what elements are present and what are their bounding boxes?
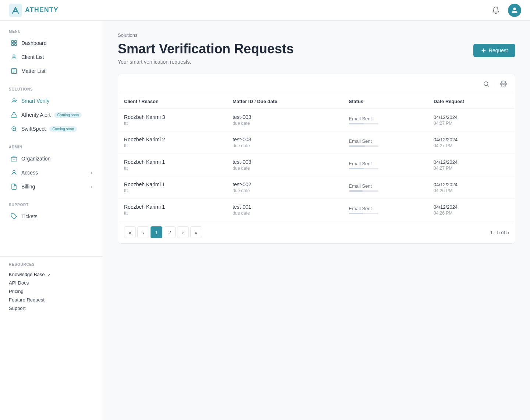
cell-matter-3: test-002 due date [227, 176, 343, 199]
svg-rect-4 [11, 44, 13, 46]
athenty-alert-icon [10, 111, 18, 119]
sidebar: MENU Dashboard Client List [0, 21, 103, 420]
client-list-icon [10, 53, 18, 61]
page-1-button[interactable]: 1 [151, 226, 162, 238]
page-subtitle: Your smart verification requests. [118, 59, 294, 65]
search-button[interactable] [481, 78, 492, 89]
page-first-button[interactable]: « [124, 226, 136, 238]
request-button[interactable]: Request [473, 44, 515, 57]
feature-request-label: Feature Request [9, 297, 45, 303]
client-name-2: Roozbeh Karimi 1 [124, 159, 221, 165]
matter-id-2: test-003 [233, 159, 337, 165]
date-2: 04/12/2024 [434, 159, 509, 165]
swiftspect-icon [10, 125, 18, 133]
request-button-label: Request [489, 47, 508, 53]
status-bar-fill-1 [349, 145, 365, 147]
sidebar-item-dashboard[interactable]: Dashboard [6, 36, 97, 50]
status-bar-fill-4 [349, 213, 363, 214]
resource-knowledge-base[interactable]: Knowledge Base ↗ [9, 270, 94, 279]
sidebar-item-smart-verify[interactable]: Smart Verify [6, 94, 97, 107]
swiftspect-badge: Coming soon [49, 126, 77, 132]
svg-point-6 [13, 55, 15, 57]
table-row[interactable]: Roozbeh Karimi 1 ttt test-002 due date E… [118, 176, 515, 199]
svg-point-27 [484, 82, 488, 86]
resource-feature-request[interactable]: Feature Request [9, 296, 94, 304]
sidebar-item-access[interactable]: Access › [6, 166, 97, 179]
smart-verify-icon [10, 97, 18, 105]
sidebar-item-organization-label: Organization [21, 156, 50, 162]
layout: MENU Dashboard Client List [0, 0, 530, 420]
col-matter-due: Matter ID / Due date [227, 94, 343, 109]
table-row[interactable]: Roozbeh Karimi 1 ttt test-001 due date E… [118, 199, 515, 221]
resource-api-docs[interactable]: API Docs [9, 279, 94, 287]
cell-matter-4: test-001 due date [227, 199, 343, 221]
svg-point-29 [503, 83, 505, 85]
billing-icon [10, 183, 18, 190]
billing-chevron-icon: › [91, 184, 92, 190]
support-section-label: SUPPORT [6, 203, 97, 207]
status-bar-4 [349, 213, 378, 214]
table-row[interactable]: Roozbeh Karimi 1 ttt test-003 due date E… [118, 154, 515, 176]
cell-client-3: Roozbeh Karimi 1 ttt [118, 176, 227, 199]
sidebar-item-athenty-alert[interactable]: Athenty Alert Coming soon [6, 108, 97, 121]
sidebar-item-billing[interactable]: Billing › [6, 180, 97, 193]
sidebar-item-organization[interactable]: Organization [6, 152, 97, 165]
knowledge-base-label: Knowledge Base [9, 272, 45, 277]
table-row[interactable]: Roozbeh Karimi 3 ttt test-003 due date E… [118, 109, 515, 131]
cell-status-3: Email Sent [343, 176, 428, 199]
cell-date-0: 04/12/2024 04:27 PM [428, 109, 515, 131]
sidebar-solutions-section: SOLUTIONS Smart Verify Athenty Alert Com… [0, 87, 103, 136]
resource-support[interactable]: Support [9, 304, 94, 313]
support-label: Support [9, 306, 26, 311]
header: ATHENTY [0, 0, 530, 21]
cell-status-0: Email Sent [343, 109, 428, 131]
page-prev-button[interactable]: ‹ [137, 226, 149, 238]
notification-bell-button[interactable] [490, 4, 502, 17]
cell-client-0: Roozbeh Karimi 3 ttt [118, 109, 227, 131]
status-bar-fill-3 [349, 190, 363, 192]
matter-id-4: test-001 [233, 204, 337, 210]
menu-section-label: MENU [6, 29, 97, 33]
sidebar-item-client-list-label: Client List [21, 54, 44, 60]
client-sub-1: ttt [124, 143, 221, 148]
status-bar-2 [349, 168, 378, 169]
requests-table: Client / Reason Matter ID / Due date Sta… [118, 94, 515, 221]
cell-status-4: Email Sent [343, 199, 428, 221]
solutions-section-label: SOLUTIONS [6, 87, 97, 91]
table-card: Client / Reason Matter ID / Due date Sta… [118, 74, 515, 244]
cell-matter-2: test-003 due date [227, 154, 343, 176]
cell-matter-0: test-003 due date [227, 109, 343, 131]
resource-pricing[interactable]: Pricing [9, 287, 94, 296]
status-text-1: Email Sent [349, 138, 422, 144]
matter-id-3: test-002 [233, 181, 337, 187]
admin-section-label: ADMIN [6, 145, 97, 149]
cell-client-4: Roozbeh Karimi 1 ttt [118, 199, 227, 221]
page-next-button[interactable]: › [177, 226, 189, 238]
sidebar-item-tickets[interactable]: Tickets [6, 210, 97, 223]
date-4: 04/12/2024 [434, 204, 509, 210]
page-controls: « ‹ 1 2 › » [124, 226, 202, 238]
time-4: 04:26 PM [434, 211, 509, 216]
api-docs-label: API Docs [9, 280, 29, 286]
page-header: Smart Verification Requests Your smart v… [118, 41, 515, 65]
table-header-row: Client / Reason Matter ID / Due date Sta… [118, 94, 515, 109]
page-2-button[interactable]: 2 [164, 226, 176, 238]
svg-rect-2 [11, 40, 13, 42]
sidebar-menu-section: MENU Dashboard Client List [0, 29, 103, 78]
matter-list-icon [10, 67, 18, 75]
main-content: Solutions Smart Verification Requests Yo… [103, 21, 530, 420]
page-last-button[interactable]: » [190, 226, 202, 238]
date-3: 04/12/2024 [434, 182, 509, 187]
logo-icon [9, 4, 22, 17]
sidebar-item-tickets-label: Tickets [21, 213, 38, 219]
user-avatar-button[interactable] [508, 4, 521, 17]
page-count: 1 - 5 of 5 [490, 230, 509, 235]
sidebar-item-swiftspect[interactable]: SwiftSpect Coming soon [6, 122, 97, 135]
access-chevron-icon: › [91, 170, 92, 176]
settings-button[interactable] [498, 78, 509, 89]
gear-icon [500, 81, 507, 87]
sidebar-item-matter-list[interactable]: Matter List [6, 64, 97, 78]
sidebar-item-client-list[interactable]: Client List [6, 50, 97, 64]
table-row[interactable]: Roozbeh Karimi 2 ttt test-003 due date E… [118, 131, 515, 154]
cell-date-4: 04/12/2024 04:26 PM [428, 199, 515, 221]
